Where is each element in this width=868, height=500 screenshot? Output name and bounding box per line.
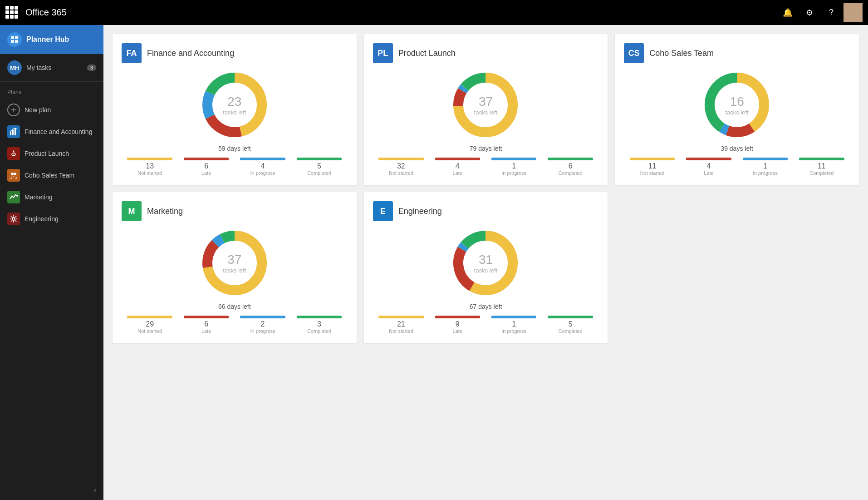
notifications-button[interactable]: 🔔 bbox=[778, 3, 797, 22]
stat-value: 1 bbox=[486, 320, 542, 328]
planner-hub-icon bbox=[7, 32, 22, 47]
days-left: 66 days left bbox=[218, 303, 251, 310]
stat-label: Not started bbox=[122, 170, 178, 176]
stat-item: 1 In progress bbox=[737, 158, 793, 176]
stat-item: 9 Late bbox=[429, 316, 485, 334]
tasks-left-label: tasks left bbox=[223, 109, 246, 116]
svg-rect-0 bbox=[11, 36, 14, 39]
card-chart: 37 tasks left 79 days left bbox=[373, 69, 599, 152]
svg-point-8 bbox=[11, 173, 14, 175]
stat-label: Not started bbox=[624, 170, 680, 176]
sidebar-item-engineering[interactable]: Engineering bbox=[0, 208, 103, 230]
stat-bar bbox=[378, 316, 424, 318]
stat-item: 1 In progress bbox=[486, 158, 542, 176]
card-chart: 37 tasks left 66 days left bbox=[122, 227, 348, 310]
stat-value: 1 bbox=[737, 162, 793, 170]
sidebar-item-product-launch[interactable]: Product Launch bbox=[0, 143, 103, 164]
stat-item: 6 Late bbox=[178, 158, 234, 176]
stat-label: In progress bbox=[235, 170, 291, 176]
finance-plan-icon bbox=[7, 125, 20, 138]
sidebar-item-planner-hub[interactable]: Planner Hub bbox=[0, 25, 103, 54]
main-layout: Planner Hub MH My tasks 3 Plans + New pl… bbox=[0, 25, 868, 500]
stats-row: 32 Not started 4 Late 1 In progress 6 Co… bbox=[373, 158, 599, 176]
stat-label: Not started bbox=[373, 170, 429, 176]
svg-point-9 bbox=[14, 173, 16, 175]
stat-label: In progress bbox=[486, 170, 542, 176]
stats-row: 29 Not started 6 Late 2 In progress 3 Co… bbox=[122, 316, 348, 334]
stat-item: 32 Not started bbox=[373, 158, 429, 176]
card-chart: 31 tasks left 67 days left bbox=[373, 227, 599, 310]
settings-button[interactable]: ⚙ bbox=[800, 3, 819, 22]
new-plan-label: New plan bbox=[25, 106, 51, 114]
marketing-icon bbox=[7, 191, 20, 203]
coho-sales-icon bbox=[7, 169, 20, 182]
product-launch-label: Product Launch bbox=[25, 150, 69, 157]
stat-bar bbox=[184, 316, 229, 318]
stat-bar bbox=[491, 158, 537, 160]
card-header: FA Finance and Accounting bbox=[122, 43, 348, 63]
stat-value: 5 bbox=[542, 320, 598, 328]
stat-label: Completed bbox=[542, 328, 598, 334]
stat-bar bbox=[686, 158, 731, 160]
plan-card-product[interactable]: PL Product Launch 37 tasks left 79 days … bbox=[364, 34, 608, 185]
donut-chart: 16 tasks left bbox=[701, 69, 773, 141]
stats-row: 13 Not started 6 Late 4 In progress 5 Co… bbox=[122, 158, 348, 176]
sidebar: Planner Hub MH My tasks 3 Plans + New pl… bbox=[0, 25, 103, 500]
tasks-left-number: 37 bbox=[474, 94, 497, 109]
stat-item: 4 Late bbox=[681, 158, 737, 176]
planner-hub-label: Planner Hub bbox=[26, 35, 69, 44]
card-title: Finance and Accounting bbox=[147, 49, 234, 58]
stat-value: 4 bbox=[235, 162, 291, 170]
waffle-menu[interactable] bbox=[5, 6, 19, 20]
plan-card-marketing[interactable]: M Marketing 37 tasks left 66 days left 2… bbox=[113, 192, 357, 343]
stat-bar bbox=[127, 316, 172, 318]
stat-value: 32 bbox=[373, 162, 429, 170]
finance-plan-label: Finance and Accounting bbox=[25, 128, 92, 135]
days-left: 79 days left bbox=[470, 145, 502, 152]
stat-label: Late bbox=[178, 328, 234, 334]
stats-row: 21 Not started 9 Late 1 In progress 5 Co… bbox=[373, 316, 599, 334]
svg-rect-2 bbox=[11, 40, 14, 43]
plan-card-coho[interactable]: CS Coho Sales Team 16 tasks left 39 days… bbox=[615, 34, 859, 185]
content-area: FA Finance and Accounting 23 tasks left … bbox=[103, 25, 868, 500]
tasks-left-label: tasks left bbox=[223, 267, 246, 274]
plan-card-engineering[interactable]: E Engineering 31 tasks left 67 days left… bbox=[364, 192, 608, 343]
sidebar-item-coho-sales[interactable]: Coho Sales Team bbox=[0, 164, 103, 186]
stat-bar bbox=[548, 158, 593, 160]
card-title: Engineering bbox=[398, 207, 442, 216]
svg-rect-5 bbox=[12, 130, 14, 135]
sidebar-item-marketing[interactable]: Marketing bbox=[0, 186, 103, 208]
stat-label: Not started bbox=[373, 328, 429, 334]
stat-value: 4 bbox=[429, 162, 485, 170]
user-avatar[interactable] bbox=[843, 3, 863, 22]
sidebar-item-my-tasks[interactable]: MH My tasks 3 bbox=[0, 54, 103, 82]
card-abbr: M bbox=[122, 201, 142, 221]
plans-section-label: Plans bbox=[0, 82, 103, 99]
sidebar-collapse-button[interactable]: ‹ bbox=[0, 481, 103, 500]
engineering-icon bbox=[7, 213, 20, 225]
card-title: Coho Sales Team bbox=[649, 49, 714, 58]
chevron-left-icon: ‹ bbox=[94, 486, 96, 495]
engineering-label: Engineering bbox=[25, 215, 59, 223]
stat-value: 3 bbox=[291, 320, 347, 328]
help-button[interactable]: ? bbox=[822, 3, 841, 22]
stat-value: 4 bbox=[681, 162, 737, 170]
svg-point-10 bbox=[16, 195, 18, 197]
new-plan-button[interactable]: + New plan bbox=[0, 99, 103, 121]
stat-item: 5 Completed bbox=[291, 158, 347, 176]
stat-bar bbox=[435, 316, 481, 318]
stat-bar bbox=[491, 316, 537, 318]
plan-card-finance[interactable]: FA Finance and Accounting 23 tasks left … bbox=[113, 34, 357, 185]
stat-value: 6 bbox=[178, 320, 234, 328]
days-left: 59 days left bbox=[218, 145, 251, 152]
topbar: Office 365 🔔 ⚙ ? bbox=[0, 0, 868, 25]
stat-label: Completed bbox=[542, 170, 598, 176]
donut-chart: 37 tasks left bbox=[449, 69, 522, 141]
stat-label: Completed bbox=[291, 328, 347, 334]
sidebar-item-finance[interactable]: Finance and Accounting bbox=[0, 121, 103, 143]
my-tasks-badge: 3 bbox=[87, 64, 96, 71]
card-abbr: FA bbox=[122, 43, 142, 63]
stat-bar bbox=[240, 316, 285, 318]
card-chart: 16 tasks left 39 days left bbox=[624, 69, 850, 152]
stat-item: 5 Completed bbox=[542, 316, 598, 334]
